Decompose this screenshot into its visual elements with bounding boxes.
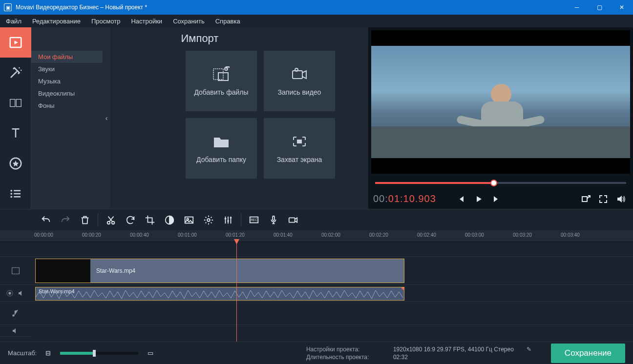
svg-rect-30 [289,218,295,222]
zoom-handle[interactable] [93,350,96,357]
extra-track-header[interactable] [0,325,31,337]
export-button[interactable]: Сохранение [551,344,625,363]
import-cat-clips[interactable]: Видеоклипы [31,87,103,100]
track-spacer-row [31,242,633,257]
record-audio-button[interactable] [265,211,282,229]
import-cat-sounds[interactable]: Звуки [31,63,103,75]
maximize-button[interactable]: ▢ [588,0,611,15]
cut-button[interactable] [102,211,120,229]
volume-button[interactable] [613,192,628,206]
import-cat-backgrounds[interactable]: Фоны [31,100,103,112]
crop-button[interactable] [141,211,159,229]
ruler-tick: 00:00:40 [130,232,149,238]
toolbar-separator [98,214,98,226]
svg-rect-4 [10,100,15,107]
screen-capture-card[interactable]: Захват экрана [264,118,335,179]
fullscreen-button[interactable] [596,192,611,206]
ruler-tick: 00:03:40 [561,232,580,238]
add-files-card[interactable]: Добавить файлы [186,51,257,111]
import-header: Импорт [31,32,368,45]
video-track[interactable]: Star-Wars.mp4 [31,257,633,285]
preview-video[interactable] [371,30,630,174]
film-music-icon [211,66,231,82]
svg-point-12 [10,196,12,198]
audio-clip[interactable]: Star-Wars.mp4 [35,287,404,301]
zoom-slider[interactable] [60,352,138,355]
menu-help[interactable]: Справка [215,18,240,25]
video-frame [371,46,630,158]
track-area[interactable]: Star-Wars.mp4 Star-Wars.mp4 [31,242,633,342]
svg-point-3 [21,70,22,71]
svg-rect-11 [14,193,21,195]
toolbar-separator [241,214,241,226]
svg-point-22 [112,221,115,224]
menu-save[interactable]: Сохранить [173,18,205,25]
zoom-out-button[interactable]: ⊟ [41,346,55,361]
ruler-tick: 00:02:40 [417,232,436,238]
app-logo-icon: ▣ [4,3,12,11]
clip-properties-button[interactable] [200,211,217,229]
svg-rect-17 [293,71,302,79]
redo-button[interactable] [57,211,74,229]
equalizer-button[interactable] [219,211,237,229]
project-info: Настройки проекта: 1920x1080 16:9 29.97 … [306,346,531,361]
detach-preview-button[interactable] [578,192,593,206]
menu-view[interactable]: Просмотр [91,18,120,25]
undo-button[interactable] [37,211,55,229]
track-headers [0,242,31,342]
minimize-button[interactable]: ─ [566,0,588,15]
svg-rect-9 [14,190,21,192]
play-button[interactable] [471,192,486,206]
edit-project-settings-button[interactable]: ✎ [527,346,531,353]
menu-file[interactable]: Файл [6,18,21,25]
rail-filters-button[interactable] [0,58,31,88]
project-settings-value: 1920x1080 16:9 29.97 FPS, 44100 Гц Стере… [393,346,514,353]
extra-track[interactable] [31,325,633,337]
audio-track-header[interactable] [0,285,31,302]
progress-handle[interactable] [490,180,497,186]
rail-import-button[interactable] [0,27,31,58]
collapse-sidebar-button[interactable]: ‹ [103,27,110,209]
record-video-card[interactable]: Запись видео [264,51,335,111]
music-track-header[interactable] [0,302,31,325]
video-track-header[interactable] [0,257,31,285]
menu-settings[interactable]: Настройки [131,18,162,25]
music-track[interactable] [31,302,633,325]
svg-rect-20 [582,197,587,202]
preview-controls: 00:01:10.903 [368,189,633,209]
preview-progress[interactable] [368,177,633,189]
project-duration-value: 02:32 [393,354,408,361]
capture-icon [290,133,309,150]
left-rail [0,27,31,209]
menu-edit[interactable]: Редактирование [32,18,81,25]
rail-more-button[interactable] [0,179,31,209]
record-webcam-button[interactable] [284,211,302,229]
svg-text:REC: REC [251,218,257,221]
rail-transitions-button[interactable] [0,88,31,118]
rail-titles-button[interactable] [0,118,31,148]
rail-stickers-button[interactable] [0,148,31,179]
zoom-fit-button[interactable]: ▭ [143,346,158,361]
next-frame-button[interactable] [489,192,504,206]
import-cat-music[interactable]: Музыка [31,75,103,87]
progress-track[interactable] [375,182,626,184]
add-folder-card[interactable]: Добавить папку [186,118,257,179]
close-button[interactable]: ✕ [611,0,633,15]
aspect-button[interactable] [180,211,198,229]
ruler-tick: 00:03:20 [513,232,532,238]
record-screen-button[interactable]: REC [245,211,263,229]
video-clip[interactable]: Star-Wars.mp4 [35,259,404,283]
window-title: Movavi Видеоредактор Бизнес – Новый прое… [16,4,566,11]
timeline-ruler[interactable]: 00:00:00 00:00:20 00:00:40 00:01:00 00:0… [0,230,633,242]
import-cat-my-files[interactable]: Мои файлы [31,51,103,63]
timecode-gray: 00: [373,193,388,204]
linked-audio-track[interactable]: Star-Wars.mp4 [31,285,633,302]
svg-rect-31 [12,267,20,274]
playhead[interactable] [236,242,237,342]
prev-frame-button[interactable] [454,192,468,206]
color-adjust-button[interactable] [161,211,178,229]
svg-point-8 [10,190,12,192]
rotate-button[interactable] [122,211,139,229]
svg-point-18 [295,68,298,71]
delete-button[interactable] [76,211,94,229]
